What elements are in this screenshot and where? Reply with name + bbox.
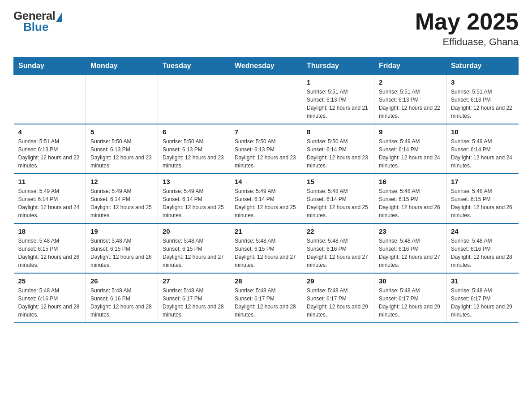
day-info: Sunrise: 5:48 AM Sunset: 6:17 PM Dayligh… [379, 287, 442, 319]
day-number: 6 [163, 128, 225, 136]
day-info: Sunrise: 5:48 AM Sunset: 6:17 PM Dayligh… [451, 287, 514, 319]
day-info: Sunrise: 5:48 AM Sunset: 6:16 PM Dayligh… [307, 237, 369, 269]
day-info: Sunrise: 5:49 AM Sunset: 6:14 PM Dayligh… [163, 187, 225, 219]
day-number: 31 [451, 277, 514, 285]
day-number: 21 [235, 227, 297, 235]
page-header: General Blue May 2025 Effiduase, Ghana [13, 9, 519, 48]
day-info: Sunrise: 5:48 AM Sunset: 6:15 PM Dayligh… [451, 187, 514, 219]
calendar-week-row: 25Sunrise: 5:48 AM Sunset: 6:16 PM Dayli… [14, 273, 519, 323]
calendar-week-row: 1Sunrise: 5:51 AM Sunset: 6:13 PM Daylig… [14, 75, 519, 124]
logo: General Blue [13, 9, 62, 34]
day-info: Sunrise: 5:50 AM Sunset: 6:13 PM Dayligh… [235, 137, 297, 170]
table-row: 12Sunrise: 5:49 AM Sunset: 6:14 PM Dayli… [86, 174, 158, 223]
table-row: 5Sunrise: 5:50 AM Sunset: 6:13 PM Daylig… [86, 124, 158, 174]
month-year-title: May 2025 [415, 9, 519, 34]
table-row: 8Sunrise: 5:50 AM Sunset: 6:14 PM Daylig… [302, 124, 374, 174]
day-number: 7 [235, 128, 297, 136]
table-row: 2Sunrise: 5:51 AM Sunset: 6:13 PM Daylig… [374, 75, 446, 124]
day-info: Sunrise: 5:48 AM Sunset: 6:15 PM Dayligh… [18, 237, 82, 269]
day-number: 9 [379, 128, 442, 136]
day-info: Sunrise: 5:49 AM Sunset: 6:14 PM Dayligh… [235, 187, 297, 219]
table-row: 16Sunrise: 5:48 AM Sunset: 6:15 PM Dayli… [374, 174, 446, 223]
table-row: 17Sunrise: 5:48 AM Sunset: 6:15 PM Dayli… [446, 174, 519, 223]
table-row: 23Sunrise: 5:48 AM Sunset: 6:16 PM Dayli… [374, 223, 446, 273]
day-number: 29 [307, 277, 369, 285]
day-info: Sunrise: 5:51 AM Sunset: 6:13 PM Dayligh… [307, 88, 369, 120]
day-number: 4 [18, 128, 82, 136]
table-row: 25Sunrise: 5:48 AM Sunset: 6:16 PM Dayli… [14, 273, 86, 323]
header-thursday: Thursday [302, 57, 374, 75]
day-info: Sunrise: 5:48 AM Sunset: 6:14 PM Dayligh… [307, 187, 369, 219]
day-number: 14 [235, 178, 297, 185]
table-row [158, 75, 230, 124]
title-block: May 2025 Effiduase, Ghana [415, 9, 519, 48]
day-info: Sunrise: 5:49 AM Sunset: 6:14 PM Dayligh… [18, 187, 82, 219]
table-row: 15Sunrise: 5:48 AM Sunset: 6:14 PM Dayli… [302, 174, 374, 223]
day-info: Sunrise: 5:49 AM Sunset: 6:14 PM Dayligh… [90, 187, 153, 219]
day-info: Sunrise: 5:49 AM Sunset: 6:14 PM Dayligh… [451, 137, 514, 170]
day-number: 11 [18, 178, 82, 185]
calendar-table: Sunday Monday Tuesday Wednesday Thursday… [13, 57, 519, 323]
table-row: 22Sunrise: 5:48 AM Sunset: 6:16 PM Dayli… [302, 223, 374, 273]
day-number: 12 [90, 178, 153, 185]
day-number: 1 [307, 78, 369, 86]
table-row: 30Sunrise: 5:48 AM Sunset: 6:17 PM Dayli… [374, 273, 446, 323]
day-number: 20 [163, 227, 225, 235]
table-row: 3Sunrise: 5:51 AM Sunset: 6:13 PM Daylig… [446, 75, 519, 124]
table-row: 29Sunrise: 5:48 AM Sunset: 6:17 PM Dayli… [302, 273, 374, 323]
day-number: 5 [90, 128, 153, 136]
header-sunday: Sunday [14, 57, 86, 75]
day-info: Sunrise: 5:48 AM Sunset: 6:15 PM Dayligh… [90, 237, 153, 269]
day-number: 17 [451, 178, 514, 185]
day-info: Sunrise: 5:48 AM Sunset: 6:15 PM Dayligh… [163, 237, 225, 269]
table-row: 27Sunrise: 5:48 AM Sunset: 6:17 PM Dayli… [158, 273, 230, 323]
table-row: 19Sunrise: 5:48 AM Sunset: 6:15 PM Dayli… [86, 223, 158, 273]
table-row: 7Sunrise: 5:50 AM Sunset: 6:13 PM Daylig… [230, 124, 302, 174]
day-info: Sunrise: 5:51 AM Sunset: 6:13 PM Dayligh… [18, 137, 82, 170]
table-row: 31Sunrise: 5:48 AM Sunset: 6:17 PM Dayli… [446, 273, 519, 323]
table-row: 13Sunrise: 5:49 AM Sunset: 6:14 PM Dayli… [158, 174, 230, 223]
day-info: Sunrise: 5:50 AM Sunset: 6:13 PM Dayligh… [90, 137, 153, 170]
table-row: 26Sunrise: 5:48 AM Sunset: 6:16 PM Dayli… [86, 273, 158, 323]
table-row [230, 75, 302, 124]
day-info: Sunrise: 5:50 AM Sunset: 6:14 PM Dayligh… [307, 137, 369, 170]
table-row: 4Sunrise: 5:51 AM Sunset: 6:13 PM Daylig… [14, 124, 86, 174]
table-row: 18Sunrise: 5:48 AM Sunset: 6:15 PM Dayli… [14, 223, 86, 273]
day-number: 18 [18, 227, 82, 235]
day-number: 30 [379, 277, 442, 285]
day-number: 2 [379, 78, 442, 86]
table-row: 6Sunrise: 5:50 AM Sunset: 6:13 PM Daylig… [158, 124, 230, 174]
day-info: Sunrise: 5:48 AM Sunset: 6:16 PM Dayligh… [451, 237, 514, 269]
day-info: Sunrise: 5:48 AM Sunset: 6:16 PM Dayligh… [379, 237, 442, 269]
day-info: Sunrise: 5:51 AM Sunset: 6:13 PM Dayligh… [451, 88, 514, 120]
day-number: 8 [307, 128, 369, 136]
header-saturday: Saturday [446, 57, 519, 75]
day-info: Sunrise: 5:48 AM Sunset: 6:15 PM Dayligh… [235, 237, 297, 269]
day-number: 27 [163, 277, 225, 285]
day-info: Sunrise: 5:51 AM Sunset: 6:13 PM Dayligh… [379, 88, 442, 120]
logo-blue-text: Blue [22, 20, 48, 34]
day-number: 24 [451, 227, 514, 235]
day-number: 3 [451, 78, 514, 86]
day-number: 26 [90, 277, 153, 285]
location-subtitle: Effiduase, Ghana [415, 36, 519, 48]
day-number: 23 [379, 227, 442, 235]
calendar-week-row: 11Sunrise: 5:49 AM Sunset: 6:14 PM Dayli… [14, 174, 519, 223]
day-number: 13 [163, 178, 225, 185]
day-info: Sunrise: 5:48 AM Sunset: 6:16 PM Dayligh… [90, 287, 153, 319]
day-info: Sunrise: 5:48 AM Sunset: 6:16 PM Dayligh… [18, 287, 82, 319]
day-info: Sunrise: 5:48 AM Sunset: 6:17 PM Dayligh… [307, 287, 369, 319]
table-row: 11Sunrise: 5:49 AM Sunset: 6:14 PM Dayli… [14, 174, 86, 223]
day-number: 10 [451, 128, 514, 136]
table-row: 28Sunrise: 5:48 AM Sunset: 6:17 PM Dayli… [230, 273, 302, 323]
day-info: Sunrise: 5:48 AM Sunset: 6:15 PM Dayligh… [379, 187, 442, 219]
logo-triangle-icon [56, 12, 62, 22]
day-info: Sunrise: 5:48 AM Sunset: 6:17 PM Dayligh… [235, 287, 297, 319]
table-row: 1Sunrise: 5:51 AM Sunset: 6:13 PM Daylig… [302, 75, 374, 124]
calendar-header-row: Sunday Monday Tuesday Wednesday Thursday… [14, 57, 519, 75]
calendar-week-row: 4Sunrise: 5:51 AM Sunset: 6:13 PM Daylig… [14, 124, 519, 174]
table-row: 24Sunrise: 5:48 AM Sunset: 6:16 PM Dayli… [446, 223, 519, 273]
day-info: Sunrise: 5:49 AM Sunset: 6:14 PM Dayligh… [379, 137, 442, 170]
day-number: 28 [235, 277, 297, 285]
table-row [86, 75, 158, 124]
